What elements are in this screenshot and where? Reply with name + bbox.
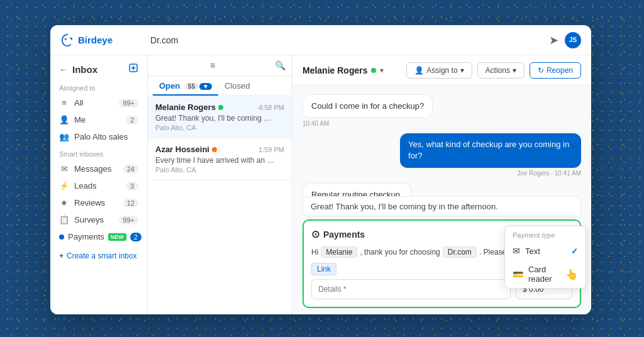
- smart-inboxes-label: Smart inboxes: [50, 145, 147, 160]
- create-smart-label: Create a smart inbox: [67, 251, 136, 260]
- main-content: ← Inbox Assigned to ≡ All 99+ 👤 Me 2: [50, 55, 591, 314]
- message-1-bubble: Could I come in for a checkup?: [303, 94, 433, 118]
- azar-name-text: Azar Hosseini: [155, 145, 209, 154]
- payments-card-icon: ⊙: [311, 228, 319, 240]
- tab-closed-label: Closed: [225, 81, 250, 91]
- sidebar-item-me[interactable]: 👤 Me 2: [50, 111, 147, 128]
- surveys-label: Surveys: [74, 215, 114, 224]
- azar-status-indicator: [212, 147, 217, 152]
- chat-contact: Melanie Rogers ▾: [303, 65, 384, 75]
- messages-label: Messages: [74, 164, 118, 174]
- messages-icon: ✉: [59, 164, 69, 174]
- reopen-label: Reopen: [547, 66, 573, 75]
- azar-preview: Every time I have arrived with an alread…: [155, 156, 275, 165]
- actions-button[interactable]: Actions ▾: [477, 62, 525, 79]
- conversation-list: ≡ 🔍 Open 55 ▼ Closed Melani: [148, 55, 292, 314]
- reopen-button[interactable]: ↻ Reopen: [530, 62, 581, 79]
- app-logo: Birdeye: [60, 33, 113, 47]
- surveys-icon: 📋: [59, 215, 69, 224]
- user-avatar[interactable]: JS: [565, 32, 581, 48]
- conv-azar-name: Azar Hosseini: [155, 145, 217, 154]
- actions-arrow: ▾: [513, 66, 516, 75]
- dropdown-label: Payment type: [505, 226, 586, 241]
- me-label: Me: [74, 115, 121, 124]
- me-icon: 👤: [59, 115, 69, 124]
- search-icon[interactable]: 🔍: [275, 60, 286, 70]
- payments-card: ⊙ Payments Hi Melanie , thank you for ch…: [303, 219, 581, 308]
- compose-button[interactable]: [128, 63, 138, 75]
- dropdown-item-card-reader[interactable]: 💳 Card reader 👆: [505, 260, 586, 288]
- message-2-bubble: Yes, what kind of checkup are you coming…: [400, 133, 581, 167]
- text-option-label: Text: [525, 246, 540, 256]
- sidebar-item-palo-alto[interactable]: 👥 Palo Alto sales: [50, 128, 147, 145]
- reviews-icon: ★: [59, 198, 69, 207]
- assign-label: Assign to: [426, 66, 457, 75]
- top-bar-actions: ➤ JS: [549, 32, 581, 48]
- last-message-preview: Great! Thank you, I'll be coming by in t…: [303, 196, 581, 217]
- assign-arrow: ▾: [460, 66, 464, 75]
- tab-closed[interactable]: Closed: [218, 76, 256, 96]
- plus-icon: +: [59, 251, 64, 260]
- messages-badge: 24: [123, 165, 138, 174]
- card-reader-label: Card reader: [528, 265, 560, 284]
- tab-open[interactable]: Open 55 ▼: [153, 76, 218, 96]
- conv-item-azar[interactable]: Azar Hosseini 1:59 PM Every time I have …: [148, 138, 292, 180]
- payments-link-tag[interactable]: Link: [311, 263, 336, 275]
- sidebar-item-payments[interactable]: Payments NEW 2: [50, 228, 147, 245]
- tab-open-badge: 55 ▼: [185, 83, 212, 90]
- contact-name-text: Melanie Rogers: [303, 65, 367, 75]
- cursor-pointer-icon: 👆: [565, 268, 578, 280]
- top-bar: Birdeye Dr.com ➤ JS: [50, 25, 591, 55]
- back-button[interactable]: ←: [59, 65, 67, 74]
- conv-tabs: Open 55 ▼ Closed: [148, 76, 292, 96]
- melanie-time: 4:58 PM: [258, 104, 284, 111]
- me-badge: 2: [126, 116, 138, 124]
- send-icon[interactable]: ➤: [549, 33, 558, 47]
- all-label: All: [74, 98, 114, 108]
- text-check-icon: ✓: [571, 246, 578, 256]
- actions-label: Actions: [486, 66, 510, 75]
- message-1-time: 10:40 AM: [303, 120, 329, 127]
- payments-label: Payments: [68, 232, 104, 241]
- sidebar-item-all[interactable]: ≡ All 99+: [50, 94, 147, 111]
- create-smart-inbox-button[interactable]: + Create a smart inbox: [50, 245, 147, 267]
- message-2: Yes, what kind of checkup are you coming…: [303, 133, 581, 176]
- payment-type-dropdown: Payment type ✉ Text ✓ 💳 Card reader 👆: [504, 226, 586, 289]
- conv-item-azar-header: Azar Hosseini 1:59 PM: [155, 145, 284, 154]
- assign-to-button[interactable]: 👤 Assign to ▾: [406, 62, 472, 79]
- text-option-icon: ✉: [513, 246, 520, 256]
- contact-online-dot: [371, 68, 376, 73]
- all-badge: 99+: [119, 99, 138, 108]
- azar-location: Palo Alto, CA: [155, 166, 284, 174]
- dropdown-item-text[interactable]: ✉ Text ✓: [505, 241, 586, 260]
- message-1: Could I come in for a checkup? 10:40 AM: [303, 94, 581, 127]
- tab-open-label: Open: [159, 81, 180, 91]
- melanie-name-text: Melanie Rogers: [155, 102, 216, 112]
- compose-icon: [128, 63, 138, 73]
- assigned-to-label: Assigned to: [50, 80, 147, 94]
- birdeye-logo-icon: [60, 33, 74, 47]
- message-2-author: Joe Rogers · 10:41 AM: [517, 170, 581, 177]
- payments-new-badge: NEW: [108, 233, 126, 241]
- contact-dropdown-arrow[interactable]: ▾: [380, 66, 384, 75]
- reviews-badge: 12: [123, 199, 138, 207]
- reopen-icon: ↻: [538, 66, 544, 75]
- chat-panel: Melanie Rogers ▾ 👤 Assign to ▾ Actions ▾: [292, 55, 591, 314]
- details-input[interactable]: [311, 279, 511, 299]
- sidebar-item-surveys[interactable]: 📋 Surveys 99+: [50, 211, 147, 228]
- leads-label: Leads: [74, 181, 121, 191]
- filter-icon[interactable]: ≡: [210, 60, 215, 70]
- sidebar-item-messages[interactable]: ✉ Messages 24: [50, 160, 147, 177]
- card-reader-icon: 💳: [513, 269, 523, 279]
- domain-label: Dr.com: [150, 35, 178, 45]
- tab-count: 55: [185, 83, 198, 90]
- messages-area: Could I come in for a checkup? 10:40 AM …: [292, 86, 591, 196]
- all-icon: ≡: [59, 98, 69, 108]
- chat-header: Melanie Rogers ▾ 👤 Assign to ▾ Actions ▾: [292, 55, 591, 86]
- sidebar-item-leads[interactable]: ⚡ Leads 3: [50, 177, 147, 194]
- assign-icon: 👤: [414, 66, 424, 75]
- message-3: Regular routine checkup. 10:45 AM: [303, 183, 581, 196]
- sidebar-header: ← Inbox: [50, 55, 147, 80]
- conv-item-melanie[interactable]: Melanie Rogers 4:58 PM Great! Thank you,…: [148, 96, 292, 138]
- sidebar-item-reviews[interactable]: ★ Reviews 12: [50, 194, 147, 211]
